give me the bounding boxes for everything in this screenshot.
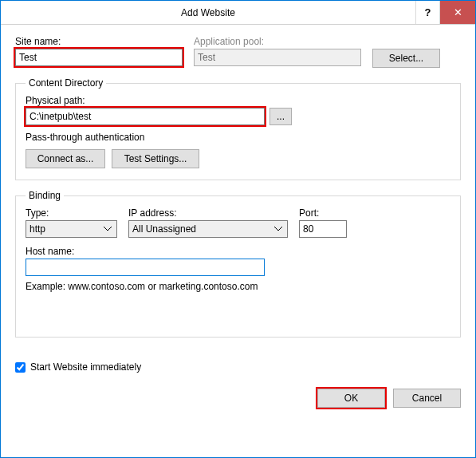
port-input[interactable]	[299, 220, 347, 238]
content-directory-group: Content Directory Physical path: ... Pas…	[15, 77, 461, 180]
select-app-pool-button[interactable]: Select...	[372, 49, 440, 68]
port-label: Port:	[299, 207, 347, 219]
titlebar: Add Website ? ✕	[1, 1, 475, 25]
test-settings-button[interactable]: Test Settings...	[112, 149, 199, 168]
type-select[interactable]: http	[26, 220, 117, 238]
help-button[interactable]: ?	[415, 1, 439, 24]
site-name-label: Site name:	[15, 36, 183, 47]
browse-path-button[interactable]: ...	[269, 108, 292, 125]
dialog-content: Site name: Application pool: Select... C…	[1, 25, 475, 381]
dialog-buttons: OK Cancel	[1, 381, 475, 419]
start-immediately-label: Start Website immediately	[30, 361, 141, 373]
window-controls: ? ✕	[415, 1, 475, 24]
app-pool-label: Application pool:	[194, 36, 361, 47]
type-label: Type:	[26, 207, 117, 219]
passthrough-label: Pass-through authentication	[26, 132, 144, 143]
binding-group: Binding Type: http IP address: All Unass…	[15, 190, 461, 338]
ok-button[interactable]: OK	[317, 389, 385, 408]
binding-legend: Binding	[26, 190, 64, 201]
physical-path-input[interactable]	[26, 108, 265, 125]
hostname-example: Example: www.contoso.com or marketing.co…	[26, 281, 258, 292]
cancel-button[interactable]: Cancel	[393, 389, 461, 408]
ip-select[interactable]: All Unassigned	[128, 220, 288, 238]
hostname-input[interactable]	[26, 259, 265, 276]
app-pool-input	[194, 49, 361, 66]
physical-path-label: Physical path:	[26, 95, 450, 106]
ip-label: IP address:	[128, 207, 288, 219]
content-directory-legend: Content Directory	[26, 77, 106, 89]
window-title: Add Website	[1, 7, 415, 18]
site-name-input[interactable]	[15, 49, 183, 66]
close-button[interactable]: ✕	[439, 1, 475, 24]
hostname-label: Host name:	[26, 246, 450, 257]
start-immediately-checkbox[interactable]	[15, 362, 26, 373]
connect-as-button[interactable]: Connect as...	[26, 149, 105, 168]
